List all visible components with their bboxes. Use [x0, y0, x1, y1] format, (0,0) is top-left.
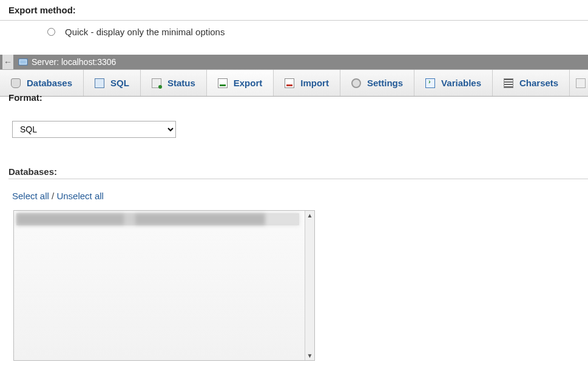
divider [8, 179, 588, 179]
charsets-icon [504, 78, 513, 88]
tab-sql-label: SQL [110, 78, 129, 88]
tab-variables[interactable]: Variables [414, 70, 493, 96]
tab-status[interactable]: Status [141, 70, 207, 96]
tab-charsets[interactable]: Charsets [493, 70, 570, 96]
export-method-heading: Export method: [0, 0, 588, 21]
server-icon [18, 57, 28, 67]
tab-export[interactable]: Export [207, 70, 274, 96]
status-icon [152, 78, 161, 88]
sql-icon [95, 78, 104, 88]
database-list-item[interactable] [16, 213, 299, 225]
tab-trailing[interactable] [570, 70, 588, 96]
server-bar: ← Server: localhost:3306 [0, 55, 588, 69]
tab-sql[interactable]: SQL [84, 70, 141, 96]
export-method-quick-label: Quick - display only the minimal options [65, 27, 225, 37]
tab-export-label: Export [234, 78, 263, 88]
database-icon [11, 78, 21, 88]
back-button[interactable]: ← [2, 55, 13, 69]
tab-settings-label: Settings [367, 78, 403, 88]
tab-import-label: Import [300, 78, 329, 88]
variables-icon [425, 78, 435, 88]
tab-import[interactable]: Import [274, 70, 340, 96]
import-icon [285, 78, 294, 88]
export-method-quick-radio[interactable] [47, 28, 55, 36]
more-icon [576, 78, 586, 88]
tab-settings[interactable]: Settings [340, 70, 414, 96]
obscured-text [16, 213, 299, 225]
format-heading: Format: [8, 92, 42, 103]
unselect-all-link[interactable]: Unselect all [56, 191, 104, 201]
export-method-quick-row[interactable]: Quick - display only the minimal options [0, 21, 588, 43]
scroll-up-icon[interactable]: ▲ [307, 212, 313, 219]
tab-databases-label: Databases [27, 78, 72, 88]
format-select[interactable]: SQL [12, 121, 176, 138]
tab-charsets-label: Charsets [519, 78, 558, 88]
settings-icon [351, 78, 361, 88]
databases-heading: Databases: [8, 166, 57, 177]
arrow-left-icon: ← [4, 57, 12, 67]
tab-status-label: Status [167, 78, 195, 88]
tab-variables-label: Variables [441, 78, 481, 88]
scroll-down-icon[interactable]: ▼ [307, 352, 313, 359]
svg-rect-1 [20, 60, 26, 64]
scrollbar[interactable]: ▲ ▼ [305, 211, 314, 360]
databases-listbox[interactable]: ▲ ▼ [13, 210, 315, 361]
select-all-link[interactable]: Select all [12, 191, 49, 201]
select-all-line: Select all / Unselect all [12, 191, 104, 201]
server-label: Server: localhost:3306 [32, 57, 116, 67]
tab-bar: Databases SQL Status Export Import Setti… [0, 69, 588, 97]
separator: / [52, 191, 54, 201]
export-icon [218, 78, 228, 88]
